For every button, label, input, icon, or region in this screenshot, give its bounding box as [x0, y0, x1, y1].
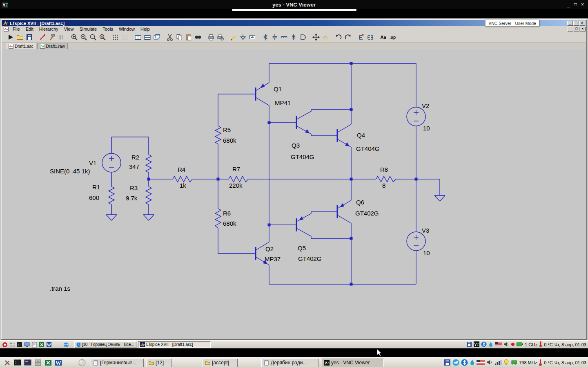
- mirror-button[interactable]: [365, 33, 375, 42]
- spreadsheet-icon[interactable]: [44, 358, 53, 367]
- diode-button[interactable]: [289, 33, 298, 42]
- cut-button[interactable]: [165, 33, 174, 42]
- move-button[interactable]: [311, 33, 321, 42]
- save-icon[interactable]: [444, 359, 451, 367]
- terminal-icon[interactable]: [16, 341, 23, 348]
- component-R7[interactable]: R7 220k: [229, 166, 248, 189]
- ground-symbol[interactable]: [143, 215, 154, 220]
- indicator-icon[interactable]: [511, 342, 515, 347]
- component-V1[interactable]: V1 SINE(0 .45 1k): [50, 153, 121, 175]
- network-signal-icon[interactable]: [494, 359, 502, 366]
- halt-button[interactable]: [56, 33, 66, 42]
- component-button[interactable]: [298, 33, 307, 42]
- redo-button[interactable]: [343, 33, 352, 42]
- component-V2[interactable]: V2 10: [407, 102, 430, 132]
- paste-button[interactable]: [184, 33, 193, 42]
- grid-off-button[interactable]: [120, 33, 129, 42]
- editor-icon[interactable]: [31, 341, 38, 348]
- globe-clock-icon[interactable]: [63, 341, 69, 348]
- cabinet-icon[interactable]: [33, 358, 42, 367]
- component-R3[interactable]: R3 9.7k: [126, 184, 151, 204]
- cascade-button[interactable]: [152, 33, 161, 42]
- component-R5[interactable]: R5 680k: [215, 126, 236, 144]
- child-minimize-button[interactable]: _: [568, 27, 573, 31]
- run-button[interactable]: [6, 33, 15, 42]
- ground-symbol[interactable]: [106, 215, 117, 220]
- menu-hierarchy[interactable]: Hierarchy: [36, 27, 61, 31]
- remote-task-ltspice[interactable]: LTspice XVII - [Draft1.asc]: [138, 341, 211, 348]
- writer-icon[interactable]: [46, 341, 52, 348]
- open-button[interactable]: [15, 33, 24, 42]
- child-close-button[interactable]: ×: [580, 27, 586, 31]
- zoom-in-button[interactable]: [69, 33, 79, 42]
- component-R4[interactable]: R4 1k: [173, 166, 192, 189]
- component-V3[interactable]: V3 10: [407, 227, 430, 256]
- menu-tools[interactable]: Tools: [100, 27, 116, 31]
- console-icon[interactable]: [23, 358, 32, 367]
- tile-vertical-button[interactable]: [133, 33, 143, 42]
- power-icon[interactable]: [511, 359, 517, 366]
- net-label-button[interactable]: [247, 33, 257, 42]
- vnc-toolbar-strip[interactable]: [232, 9, 356, 11]
- writer-icon[interactable]: [54, 358, 63, 367]
- launcher-icon[interactable]: [2, 341, 8, 348]
- host-task-3[interactable]: [accept]: [203, 359, 238, 367]
- find-button[interactable]: [193, 33, 203, 42]
- zoom-area-button[interactable]: [98, 33, 107, 42]
- host-task-vnc[interactable]: yes - VNC Viewer: [322, 359, 384, 367]
- window-minimize-button[interactable]: _: [567, 21, 573, 26]
- ground-button[interactable]: [238, 33, 247, 42]
- us-flag-icon[interactable]: [495, 342, 502, 347]
- grid-button[interactable]: [111, 33, 120, 42]
- menu-help[interactable]: Help: [138, 27, 153, 31]
- host-task-4[interactable]: Дерябин ради...: [261, 359, 318, 367]
- tab-draft1-raw[interactable]: Draft1.raw: [37, 43, 68, 49]
- component-Q1[interactable]: Q1 MP41: [256, 77, 291, 111]
- spice-directive-text[interactable]: .tran 1s: [50, 285, 70, 292]
- ltspice-window[interactable]: LTspice XVII - [Draft1.asc] _ □ × File E…: [1, 19, 587, 340]
- vnc-tray-icon[interactable]: [474, 341, 479, 348]
- drop-icon[interactable]: [470, 359, 475, 366]
- component-Q3[interactable]: Q3 GT404G: [291, 110, 314, 160]
- menu-simulate[interactable]: Simulate: [76, 27, 100, 31]
- inductor-button[interactable]: [279, 33, 289, 42]
- component-R1[interactable]: R1 600: [89, 184, 114, 204]
- battery-icon[interactable]: [517, 342, 523, 347]
- tools-icon[interactable]: [3, 358, 12, 367]
- save-button[interactable]: [24, 33, 34, 42]
- probe-button[interactable]: [38, 33, 47, 42]
- spreadsheet-icon[interactable]: [38, 341, 45, 348]
- rotate-button[interactable]: [356, 33, 365, 42]
- menu-view[interactable]: View: [61, 27, 77, 31]
- child-restore-button[interactable]: □: [574, 27, 579, 31]
- component-Q2[interactable]: Q2 MP37: [256, 242, 281, 265]
- text-button[interactable]: Aa: [379, 33, 388, 42]
- zoom-full-button[interactable]: [88, 33, 98, 42]
- display-icon[interactable]: [24, 341, 30, 348]
- menu-edit[interactable]: Edit: [23, 27, 36, 31]
- telegram-icon[interactable]: [452, 359, 459, 367]
- vnc-minimize-button[interactable]: _: [567, 2, 570, 7]
- window-close-button[interactable]: ×: [579, 21, 585, 26]
- us-flag-icon[interactable]: [477, 360, 485, 366]
- zoom-out-button[interactable]: [79, 33, 88, 42]
- undo-button[interactable]: [334, 33, 343, 42]
- host-clock[interactable]: Чт, 8 апр, 01:03: [555, 360, 586, 365]
- terminal-icon[interactable]: [13, 358, 22, 367]
- schematic[interactable]: V1 SINE(0 .45 1k) V2 10 V3 10: [2, 49, 586, 339]
- vnc-close-button[interactable]: ×: [581, 2, 584, 7]
- drop-icon[interactable]: [488, 341, 493, 348]
- vnc-titlebar[interactable]: yes - VNC Viewer _ □ ×: [0, 0, 588, 9]
- ground-symbol[interactable]: [434, 195, 445, 201]
- remote-desktop[interactable]: LTspice XVII - [Draft1.asc] _ □ × File E…: [0, 18, 588, 348]
- save-icon[interactable]: [466, 341, 472, 348]
- volume-icon[interactable]: [486, 359, 493, 366]
- menu-file[interactable]: File: [10, 27, 23, 31]
- copy-button[interactable]: [174, 33, 184, 42]
- tile-horizontal-button[interactable]: [143, 33, 152, 42]
- host-task-1[interactable]: [Германиевые...: [91, 359, 144, 367]
- drag-button[interactable]: [321, 33, 330, 42]
- desktop-ball-icon[interactable]: [78, 358, 87, 367]
- remote-task-player[interactable]: [10 - Горовец Эмиль - Все...: [74, 341, 136, 348]
- spice-directive-button[interactable]: .op: [388, 33, 397, 42]
